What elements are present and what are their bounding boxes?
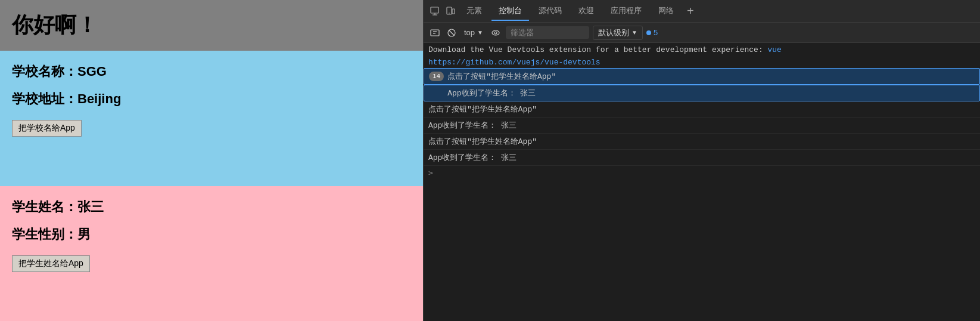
- add-tab-button[interactable]: +: [683, 4, 698, 18]
- count-number: 5: [654, 28, 658, 37]
- console-log-item-3[interactable]: 点击了按钮"把学生姓名给App": [424, 101, 980, 118]
- school-name-field: 学校名称：SGG: [12, 63, 411, 81]
- devtools-toolbar: top ▼ 默认级别 ▼ 5: [424, 23, 980, 43]
- svg-point-5: [449, 13, 450, 14]
- console-log-item-2[interactable]: 14 App收到了学生名： 张三: [424, 85, 980, 101]
- student-name-field: 学生姓名：张三: [12, 198, 411, 216]
- console-log-item-1[interactable]: 14 点击了按钮"把学生姓名给App": [424, 68, 980, 85]
- log-level-label: 默认级别: [598, 27, 629, 38]
- svg-point-12: [494, 32, 497, 34]
- school-address-value: Beijing: [77, 91, 121, 106]
- student-section: 学生姓名：张三 学生性别：男 把学生姓名给App: [0, 186, 423, 322]
- console-log-item-6[interactable]: App收到了学生名： 张三: [424, 150, 980, 166]
- filter-input[interactable]: [506, 26, 589, 39]
- console-log-item-5[interactable]: 点击了按钮"把学生姓名给App": [424, 134, 980, 150]
- student-gender-field: 学生性别：男: [12, 226, 411, 243]
- count-dot: [646, 30, 651, 35]
- svg-point-11: [492, 30, 499, 35]
- svg-rect-4: [452, 9, 455, 14]
- console-log-text-6: App收到了学生名： 张三: [428, 152, 517, 163]
- school-send-button[interactable]: 把学校名给App: [12, 120, 82, 137]
- console-prompt[interactable]: >: [424, 166, 980, 180]
- download-link-short[interactable]: vue: [768, 45, 782, 54]
- clear-console-icon[interactable]: [428, 26, 441, 39]
- student-send-button[interactable]: 把学生姓名给App: [12, 255, 90, 272]
- eye-icon[interactable]: [489, 26, 502, 39]
- top-context-label: top: [464, 28, 475, 37]
- svg-rect-0: [431, 7, 438, 13]
- log-level-dropdown[interactable]: 默认级别 ▼: [593, 26, 643, 40]
- school-address-field: 学校地址：Beijing: [12, 90, 411, 108]
- inspect-icon[interactable]: [428, 5, 441, 18]
- svg-rect-6: [431, 30, 439, 36]
- school-address-label: 学校地址：: [12, 91, 77, 106]
- console-output: Download the Vue Devtools extension for …: [424, 43, 980, 321]
- console-log-text-3: 点击了按钮"把学生姓名给App": [428, 104, 537, 115]
- devtools-download-message: Download the Vue Devtools extension for …: [424, 43, 980, 57]
- device-icon[interactable]: [444, 5, 457, 18]
- tab-welcome[interactable]: 欢迎: [571, 2, 601, 21]
- tab-application[interactable]: 应用程序: [603, 2, 649, 21]
- app-title: 你好啊！: [12, 11, 411, 40]
- console-log-text-4: App收到了学生名： 张三: [428, 120, 517, 131]
- student-gender-value: 男: [77, 227, 91, 242]
- console-badge-14: 14: [429, 72, 444, 81]
- download-text: Download the Vue Devtools extension for …: [428, 45, 763, 54]
- devtools-tab-bar: 元素 控制台 源代码 欢迎 应用程序 网络 +: [424, 0, 980, 23]
- download-url-line: https://github.com/vuejs/vue-devtools: [424, 57, 980, 68]
- student-gender-label: 学生性别：: [12, 227, 77, 242]
- console-log-item-4[interactable]: App收到了学生名： 张三: [424, 118, 980, 134]
- message-count-badge: 5: [646, 28, 658, 37]
- chevron-down-icon: ▼: [477, 29, 483, 36]
- top-context-dropdown[interactable]: top ▼: [462, 27, 486, 38]
- tab-network[interactable]: 网络: [651, 2, 681, 21]
- download-url[interactable]: https://github.com/vuejs/vue-devtools: [428, 58, 601, 67]
- left-panel: 你好啊！ 学校名称：SGG 学校地址：Beijing 把学校名给App 学生姓名…: [0, 0, 423, 321]
- tab-console[interactable]: 控制台: [491, 2, 529, 21]
- console-log-text-2: App收到了学生名： 张三: [447, 88, 536, 98]
- student-name-label: 学生姓名：: [12, 199, 77, 214]
- school-section: 学校名称：SGG 学校地址：Beijing 把学校名给App: [0, 51, 423, 186]
- block-icon[interactable]: [445, 26, 458, 39]
- svg-line-10: [449, 30, 455, 35]
- console-log-text-1: 点击了按钮"把学生姓名给App": [447, 71, 556, 82]
- console-log-text-5: 点击了按钮"把学生姓名给App": [428, 136, 537, 147]
- student-name-value: 张三: [77, 199, 104, 214]
- chevron-down-icon-2: ▼: [631, 29, 637, 36]
- tab-elements[interactable]: 元素: [459, 2, 489, 21]
- tab-sources[interactable]: 源代码: [531, 2, 569, 21]
- app-title-section: 你好啊！: [0, 0, 423, 51]
- school-name-value: SGG: [77, 64, 107, 79]
- devtools-panel: 元素 控制台 源代码 欢迎 应用程序 网络 + top ▼: [423, 0, 980, 321]
- school-name-label: 学校名称：: [12, 64, 77, 79]
